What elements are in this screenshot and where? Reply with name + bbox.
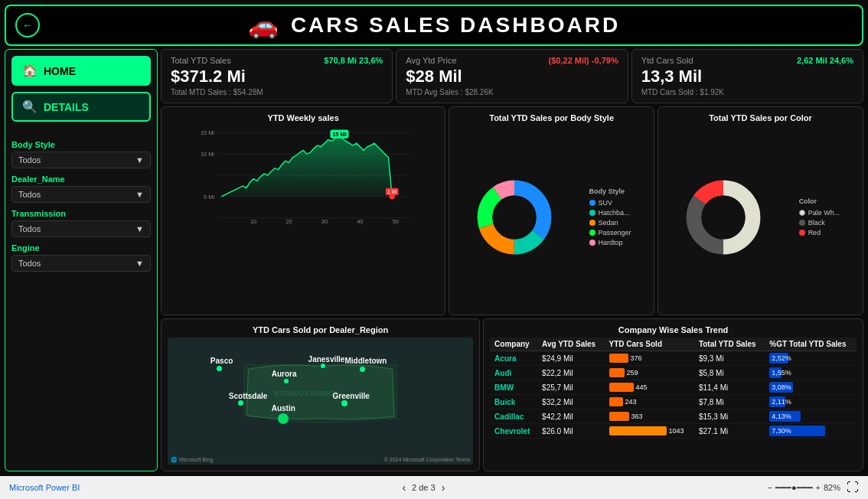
prev-page-button[interactable]: ‹ (402, 481, 406, 494)
fullscreen-icon[interactable]: ⛶ (847, 481, 859, 494)
cell-total: $15,3 Mi (694, 409, 765, 424)
kpi-avg-price-sub: MTD Avg Sales : $28.26K (406, 88, 618, 96)
svg-text:15 Mi: 15 Mi (201, 129, 214, 136)
cell-total: $11,4 Mi (694, 380, 765, 395)
svg-text:30: 30 (321, 218, 328, 225)
kpi-cars-sold-title: Ytd Cars Sold (641, 56, 693, 65)
col-cars: YTD Cars Sold (605, 338, 694, 351)
cell-total: $5,8 Mi (694, 366, 765, 380)
table-row: Buick $32,2 Mil 243 $7,8 Mi 2,11% (490, 395, 857, 409)
cell-pct: 4,13% (765, 409, 857, 424)
home-button[interactable]: 🏠 HOME (11, 56, 151, 86)
legend-suv: SUV (589, 199, 631, 207)
legend-sedan: Sedan (589, 219, 631, 227)
transmission-select[interactable]: Todos ▼ (11, 220, 151, 237)
next-page-button[interactable]: › (442, 481, 445, 494)
body-style-label: Body Style (11, 140, 151, 149)
kpi-cars-sold-change: 2,62 Mil 24,6% (797, 56, 853, 65)
zoom-minus-icon[interactable]: − (767, 483, 772, 492)
cell-cars: 243 (605, 395, 694, 409)
svg-point-23 (492, 195, 536, 239)
col-company: Company (490, 338, 537, 351)
sedan-dot (589, 220, 596, 226)
pale-white-label: Pale Wh... (808, 209, 840, 217)
engine-label: Engine (11, 243, 151, 253)
cell-total: $27.1 Mi (694, 424, 765, 439)
hardtop-label: Hardtop (599, 239, 623, 246)
back-button[interactable]: ← (15, 13, 40, 38)
company-table-panel: Company Wise Sales Trend Company Avg YTD… (483, 318, 863, 471)
table-row: Cadillac $42,2 Mil 363 $15,3 Mi 4,13% (490, 409, 857, 424)
details-icon: 🔍 (22, 99, 38, 114)
color-donut (681, 175, 765, 259)
dealer-name-value: Todos (18, 190, 41, 199)
svg-text:10 Mi: 10 Mi (201, 151, 214, 158)
legend-black: Black (799, 219, 840, 227)
zoom-slider[interactable]: ━━━●━━━ (775, 483, 813, 493)
legend-hatchback: Hatchba... (589, 209, 631, 217)
dashboard-title: CARS SALES DASHBOARD (291, 13, 620, 38)
kpi-avg-price-main: $28 Mil (406, 67, 618, 86)
cell-cars: 363 (605, 409, 694, 424)
red-label: Red (808, 229, 821, 236)
sedan-label: Sedan (599, 219, 618, 227)
svg-text:0 Mi: 0 Mi (204, 194, 214, 201)
cell-pct: 2,52% (765, 351, 857, 366)
cell-pct: 2,11% (765, 395, 857, 409)
chevron-down-icon: ▼ (135, 155, 144, 165)
zoom-plus-icon[interactable]: + (816, 483, 821, 492)
legend-hardtop: Hardtop (589, 239, 631, 246)
kpi-avg-price-title: Avg Ytd Price (406, 56, 456, 65)
dashboard: ← 🚗 CARS SALES DASHBOARD 🏠 HOME 🔍 DETAIL… (0, 0, 868, 476)
cell-avg: $24,9 Mil (537, 351, 604, 366)
cell-total: $7,8 Mi (694, 395, 765, 409)
passenger-label: Passenger (599, 229, 631, 236)
header: ← 🚗 CARS SALES DASHBOARD (5, 5, 863, 46)
body-style-title: Total YTD Sales por Body Style (455, 113, 648, 122)
kpi-cars-sold-sub: MTD Cars Sold : $1.92K (641, 88, 853, 96)
transmission-label: Transmission (11, 209, 151, 218)
dealer-name-select[interactable]: Todos ▼ (11, 186, 151, 203)
cell-cars: 1043 (605, 424, 694, 439)
svg-text:40: 40 (357, 218, 363, 225)
body-style-donut (472, 175, 556, 259)
cell-company: Chevrolet (490, 424, 537, 439)
svg-text:50: 50 (393, 218, 399, 225)
ytd-weekly-title: YTD Weekly sales (168, 113, 439, 122)
cell-company: BMW (490, 380, 537, 395)
cell-company: Cadillac (490, 409, 537, 424)
kpi-total-ytd-title: Total YTD Sales (171, 56, 231, 65)
cell-pct: 7,30% (765, 424, 857, 439)
charts-row: YTD Weekly sales 15 Mi 10 Mi 0 Mi 10 (161, 106, 863, 315)
col-avg: Avg YTD Sales (537, 338, 604, 351)
zoom-level: 82% (824, 483, 840, 492)
table-row: Audi $22,2 Mil 259 $5,8 Mi 1,55% (490, 366, 857, 380)
svg-text:10: 10 (250, 218, 256, 225)
kpi-avg-price: Avg Ytd Price ($0,22 Mil) -0,79% $28 Mil… (396, 49, 628, 103)
cell-avg: $22,2 Mil (537, 366, 604, 380)
svg-text:ESTADOS UNIDOS: ESTADOS UNIDOS (275, 389, 339, 397)
cell-total: $9,3 Mi (694, 351, 765, 366)
hardtop-dot (589, 240, 596, 246)
svg-text:15 Mi: 15 Mi (332, 131, 347, 138)
cell-cars: 259 (605, 366, 694, 380)
cell-cars: 445 (605, 380, 694, 395)
legend-red: Red (799, 229, 840, 236)
powerbi-link[interactable]: Microsoft Power BI (9, 483, 80, 492)
page-nav: ‹ 2 de 3 › (402, 481, 445, 494)
engine-filter: Engine Todos ▼ (11, 243, 151, 272)
body-style-value: Todos (18, 155, 41, 165)
home-icon: 🏠 (22, 64, 38, 78)
ytd-weekly-chart: 15 Mi 10 Mi 0 Mi 10 20 30 40 50 (168, 126, 439, 225)
kpi-cars-sold: Ytd Cars Sold 2,62 Mil 24,6% 13,3 Mil MT… (631, 49, 863, 103)
ytd-weekly-panel: YTD Weekly sales 15 Mi 10 Mi 0 Mi 10 (161, 106, 445, 315)
engine-select[interactable]: Todos ▼ (11, 255, 151, 272)
legend-passenger: Passenger (589, 229, 631, 236)
body-style-select[interactable]: Todos ▼ (11, 152, 151, 168)
body-style-legend-title: Body Style (589, 188, 631, 195)
usa-map-svg: ESTADOS UNIDOS (168, 338, 473, 445)
table-scroll[interactable]: Company Avg YTD Sales YTD Cars Sold Tota… (490, 338, 857, 439)
chevron-down-icon-4: ▼ (135, 259, 144, 268)
black-dot (799, 220, 805, 226)
details-button[interactable]: 🔍 DETAILS (11, 92, 151, 122)
